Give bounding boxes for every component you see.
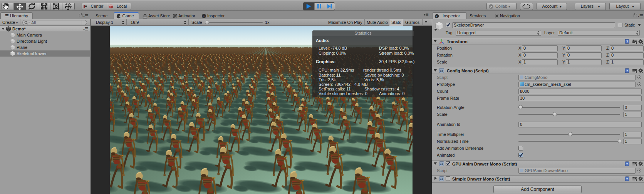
- svg-text:?: ?: [626, 69, 628, 73]
- svg-text:?: ?: [626, 162, 628, 166]
- svg-text:?: ?: [626, 177, 628, 181]
- svg-text:c#: c#: [440, 177, 443, 181]
- svg-text:c#: c#: [440, 162, 443, 166]
- svg-text:c#: c#: [440, 69, 443, 73]
- svg-text:?: ?: [626, 40, 628, 43]
